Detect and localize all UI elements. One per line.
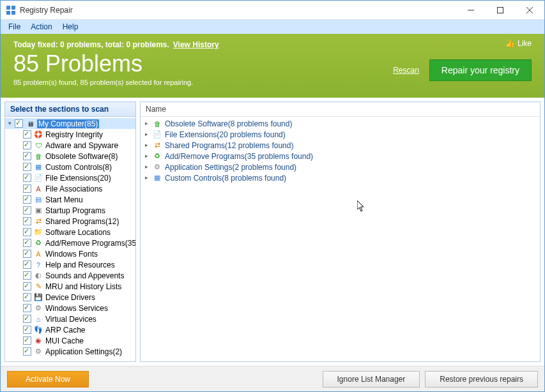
menu-help[interactable]: Help xyxy=(58,21,84,33)
checkbox[interactable] xyxy=(23,163,31,171)
results-panel: Name ▸🗑Obsolete Software(8 problems foun… xyxy=(140,102,541,362)
tree-item[interactable]: ✎MRU and History Lists xyxy=(5,281,135,292)
like-label: Like xyxy=(518,39,532,48)
tree-item[interactable]: ▤Start Menu xyxy=(5,194,135,205)
result-icon: ▦ xyxy=(152,174,162,183)
tree-item[interactable]: ?Help and Resources xyxy=(5,259,135,270)
tree-item-label: Help and Resources xyxy=(45,260,115,269)
tree-item-label: Shared Programs(12) xyxy=(45,217,119,226)
checkbox[interactable] xyxy=(23,195,31,204)
thumbs-up-icon: 👍 xyxy=(505,39,515,48)
tree-item[interactable]: 👣ARP Cache xyxy=(5,324,135,335)
expander-icon[interactable]: ▸ xyxy=(143,142,150,149)
expander-icon[interactable]: ▸ xyxy=(143,132,150,138)
tree-item-label: Startup Programs xyxy=(45,206,105,215)
tree-item-label: Software Locations xyxy=(45,228,111,237)
checkbox[interactable] xyxy=(23,239,31,247)
section-icon: ◐ xyxy=(33,271,43,280)
section-icon: A xyxy=(33,250,43,259)
tree-item[interactable]: 🗑Obsolete Software(8) xyxy=(5,151,135,162)
tree-item[interactable]: ⌂Virtual Devices xyxy=(5,313,135,324)
minimize-button[interactable] xyxy=(456,1,486,20)
result-row[interactable]: ▸♻Add/Remove Programs(35 problems found) xyxy=(143,151,537,162)
tree-item-label: MUI Cache xyxy=(45,336,84,345)
checkbox[interactable] xyxy=(23,228,31,236)
tree-item[interactable]: ▣Startup Programs xyxy=(5,205,135,216)
checkbox[interactable] xyxy=(23,315,31,323)
activate-button[interactable]: Activate Now xyxy=(7,371,89,388)
like-button[interactable]: 👍 Like xyxy=(505,39,532,48)
tree-item-label: Windows Services xyxy=(45,304,108,313)
tree-item[interactable]: AFile Associations xyxy=(5,183,135,194)
tree-item-label: Add/Remove Programs(35) xyxy=(45,239,135,248)
checkbox[interactable] xyxy=(23,336,31,345)
tree-item[interactable]: ⚙Windows Services xyxy=(5,303,135,313)
menu-file[interactable]: File xyxy=(3,21,26,33)
tree-item-label: Registry Integrity xyxy=(45,130,103,139)
expander-icon[interactable]: ▸ xyxy=(143,164,150,170)
tree-root[interactable]: ▾🖥My Computer(85) xyxy=(5,118,135,129)
checkbox[interactable] xyxy=(23,326,31,334)
repair-button[interactable]: Repair your registry xyxy=(429,59,532,81)
maximize-button[interactable] xyxy=(486,1,515,20)
checkbox[interactable] xyxy=(23,347,31,356)
tree-item[interactable]: 📄File Extensions(20) xyxy=(5,172,135,183)
checkbox[interactable] xyxy=(23,250,31,258)
result-row[interactable]: ▸⇄Shared Programs(12 problems found) xyxy=(143,140,537,151)
sections-tree[interactable]: ▾🖥My Computer(85)🛟Registry Integrity🛡Adw… xyxy=(5,117,135,361)
tree-item[interactable]: ◐Sounds and Appevents xyxy=(5,270,135,281)
checkbox[interactable] xyxy=(23,271,31,280)
tree-item[interactable]: 📁Software Locations xyxy=(5,227,135,237)
checkbox[interactable] xyxy=(23,260,31,269)
checkbox[interactable] xyxy=(23,206,31,215)
checkbox[interactable] xyxy=(23,152,31,160)
tree-item-label: Windows Fonts xyxy=(45,250,98,259)
tree-item[interactable]: AWindows Fonts xyxy=(5,248,135,259)
section-icon: ✎ xyxy=(33,282,43,291)
tree-item[interactable]: ⚙Application Settings(2) xyxy=(5,346,135,357)
tree-item-label: ARP Cache xyxy=(45,326,85,335)
checkbox[interactable] xyxy=(15,119,23,128)
expander-icon[interactable]: ▸ xyxy=(143,121,150,127)
result-label: Add/Remove Programs(35 problems found) xyxy=(165,152,313,161)
checkbox[interactable] xyxy=(23,174,31,182)
close-button[interactable] xyxy=(515,1,544,20)
expander-icon[interactable]: ▸ xyxy=(143,153,150,160)
view-history-link[interactable]: View History xyxy=(173,40,219,49)
ignore-list-button[interactable]: Ignore List Manager xyxy=(323,371,420,388)
checkbox[interactable] xyxy=(23,282,31,290)
expander-icon[interactable]: ▸ xyxy=(143,175,150,181)
tree-item[interactable]: 🛡Adware and Spyware xyxy=(5,140,135,151)
section-icon: 📁 xyxy=(33,228,43,237)
checkbox[interactable] xyxy=(23,304,31,312)
result-row[interactable]: ▸▦Custom Controls(8 problems found) xyxy=(143,172,537,183)
tree-item-label: MRU and History Lists xyxy=(45,282,121,291)
result-icon: 🗑 xyxy=(152,119,162,128)
expander-icon[interactable]: ▾ xyxy=(6,121,13,127)
app-icon xyxy=(6,5,16,15)
result-row[interactable]: ▸🗑Obsolete Software(8 problems found) xyxy=(143,118,537,129)
status-banner: Today fixed: 0 problems, total: 0 proble… xyxy=(1,34,544,98)
checkbox[interactable] xyxy=(23,293,31,301)
tree-item[interactable]: 💾Device Drivers xyxy=(5,292,135,303)
checkbox[interactable] xyxy=(23,141,31,149)
checkbox[interactable] xyxy=(23,185,31,193)
result-icon: ♻ xyxy=(152,152,162,161)
result-row[interactable]: ▸⚙Application Settings(2 problems found) xyxy=(143,162,537,172)
tree-item[interactable]: ⇄Shared Programs(12) xyxy=(5,216,135,227)
checkbox[interactable] xyxy=(23,217,31,225)
tree-item[interactable]: ▦Custom Controls(8) xyxy=(5,162,135,172)
titlebar: Registry Repair xyxy=(1,1,544,20)
checkbox[interactable] xyxy=(23,130,31,139)
tree-item-label: Device Drivers xyxy=(45,293,95,302)
restore-repairs-button[interactable]: Restore previous repairs xyxy=(425,371,538,388)
rescan-link[interactable]: Rescan xyxy=(393,66,419,75)
tree-item[interactable]: ♻Add/Remove Programs(35) xyxy=(5,237,135,248)
tree-item[interactable]: ◉MUI Cache xyxy=(5,335,135,346)
result-label: Shared Programs(12 problems found) xyxy=(165,141,293,150)
menu-action[interactable]: Action xyxy=(26,21,57,33)
tree-item[interactable]: 🛟Registry Integrity xyxy=(5,129,135,140)
results-list[interactable]: ▸🗑Obsolete Software(8 problems found)▸📄F… xyxy=(141,117,540,361)
result-row[interactable]: ▸📄File Extensions(20 problems found) xyxy=(143,129,537,140)
svg-rect-1 xyxy=(12,6,15,10)
